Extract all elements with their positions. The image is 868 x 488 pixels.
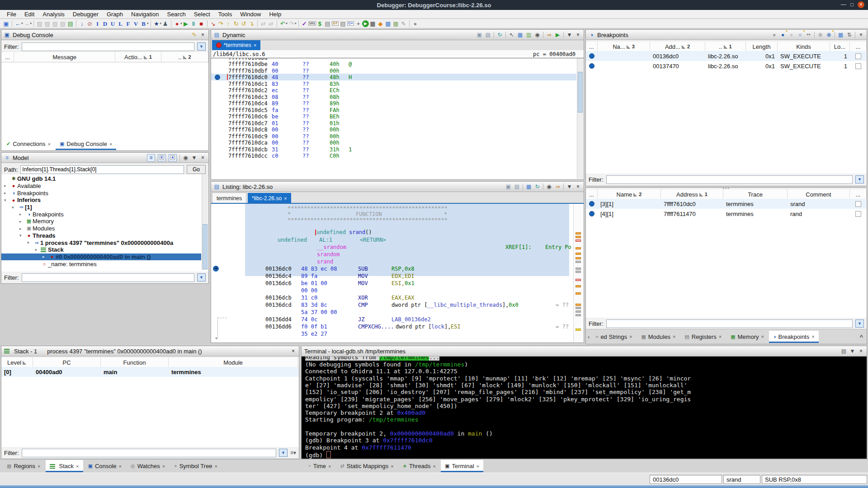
close-tab-icon[interactable]: × [328,464,331,469]
close-tab-icon[interactable]: × [215,464,217,469]
close-tab-icon[interactable]: × [719,334,722,339]
close-tab-icon[interactable]: × [629,334,632,339]
close-tab-icon[interactable]: × [119,464,122,469]
table-row[interactable]: [4][1]7ffff7611470termminesrand [586,209,867,219]
filter-options-icon[interactable]: ▼ [855,175,864,183]
step-back-icon[interactable]: ↺ [240,20,248,28]
annotate-b-icon[interactable]: B [140,20,147,28]
filter-options-icon[interactable]: ▼ [855,319,864,328]
column-header-name[interactable]: Name2 [598,189,661,199]
goto-icon[interactable]: ⇒ [555,184,561,189]
menu-window[interactable]: Window [236,10,265,19]
annotate-u-icon[interactable]: U [109,20,117,28]
annotate-l-icon[interactable]: L [117,20,124,28]
goto-icon[interactable]: ⇒ [546,32,552,38]
row-checkbox[interactable] [855,63,861,69]
clear-breakpoint-icon[interactable]: ⊗ [817,32,823,38]
tab-watches[interactable]: ◎Watches× [127,460,169,472]
annotate-f-icon[interactable]: F [124,20,132,28]
stack-filter-input[interactable] [22,449,276,457]
listing-view-icon[interactable]: ▤ [324,20,331,28]
column-header-[interactable]: ... [850,189,867,199]
column-header-[interactable]: ... [586,42,598,52]
close-tab-icon[interactable]: × [254,42,256,48]
tree-node-modules[interactable]: ▸▣Modules [1,225,201,232]
close-tab-icon[interactable]: × [811,334,814,339]
show-attributes-icon[interactable]: A [169,154,177,162]
clear-console-icon[interactable]: ✎ [191,32,197,38]
close-icon[interactable]: × [858,348,864,354]
breakpoint-enabled-icon[interactable] [589,211,594,216]
column-header-[interactable]: ..2 [161,52,208,62]
paste-icon[interactable]: ▤ [485,32,491,38]
column-header-function[interactable]: Function [101,357,169,367]
tab-regions[interactable]: ▦Regions× [3,460,45,472]
listing-line[interactable]: __srandomXREF[1]:Entry Po [211,244,584,251]
table-icon[interactable]: ▦ [517,32,523,38]
debug-console-filter-input[interactable] [22,42,195,51]
locations-filter-input[interactable] [606,319,853,328]
menu-navigation[interactable]: Navigation [127,10,163,19]
menu-select[interactable]: Select [190,10,214,19]
close-icon[interactable]: × [200,32,206,38]
breakpoint-enabled-icon[interactable] [589,201,594,206]
tab-termmines[interactable]: *termmines × [212,40,260,50]
step-last-icon[interactable]: ↻ [232,20,240,28]
listing-line[interactable]: 00136dd6f0 0f b1CMPXCHG....dword ptr [lo… [211,324,584,330]
annotate-d-icon[interactable]: D [101,20,109,28]
filter-options-icon[interactable]: ▼ [197,42,206,51]
hex-row[interactable]: 7ffff7610dc900??00h [211,133,576,140]
listing-line[interactable]: 00 00 [211,287,584,294]
table-row[interactable]: [0]00400ad0maintermmines [1,367,299,377]
cpp-icon[interactable]: C+ [347,20,354,28]
listing-line[interactable]: 00136dc6be 01 00MOVESI,0x1 [211,280,584,287]
column-header-lo[interactable]: Lo... [830,42,850,52]
scroll-lock-icon[interactable]: ▤ [841,348,847,354]
column-header-trace[interactable]: Trace [723,189,788,199]
breakpoint-enabled-icon[interactable] [589,63,594,69]
snapshot-prev-icon[interactable]: ⇄ [259,20,267,28]
undo-icon[interactable]: ↶ [279,20,287,28]
datatype-icon[interactable]: DT [331,20,339,28]
listing-line[interactable]: 35 e2 27 [211,331,584,338]
paste-icon[interactable]: ▤ [514,184,520,189]
binary-icon[interactable]: 101 [308,20,316,28]
tab-breakpoints[interactable]: ◑Breakpoints× [769,331,819,343]
menu-analysis[interactable]: Analysis [38,10,68,19]
breakpoint-enabled-icon[interactable] [589,53,594,59]
table-row[interactable]: 00136dc0libc-2.26.so0x1SW_EXECUTE1 [586,51,867,61]
tree-node-threads[interactable]: ▾●Threads [1,232,201,239]
hex-row[interactable]: 7ffff7610dc701??01h [211,120,576,127]
menu-debugger[interactable]: Debugger [69,10,103,19]
column-header-na[interactable]: Na...3 [598,42,650,52]
snapshot-next-icon[interactable]: ⇄ [267,20,275,28]
filter-options-icon[interactable]: ▼ [279,449,288,457]
make-selection-icon[interactable]: ▦ [838,32,844,38]
menu-graph[interactable]: Graph [103,10,127,19]
minimize-button[interactable]: — [841,1,846,8]
tab-ed-strings[interactable]: ≈ed Strings× [591,331,636,343]
listing-line[interactable]: 5a 37 00 00 [211,309,584,316]
table-row[interactable]: [3][1]7ffff7610dc0termminessrand [586,199,867,209]
paste-disabled-icon-1[interactable]: ▨ [36,20,43,28]
money-icon[interactable]: $ [316,20,324,28]
skip-icon[interactable]: ↴ [248,20,255,28]
film-icon[interactable]: ▦ [369,20,377,28]
debug-launch-icon[interactable]: ★ [153,20,160,28]
tree-node-available[interactable]: ▸●Available [1,183,201,190]
close-tab-icon[interactable]: × [761,334,764,339]
menu-chevron-icon[interactable]: ▼ [849,348,855,354]
table-row[interactable]: 00137470libc-2.26.so0x1SW_EXECUTE1 [586,61,867,71]
go-icon[interactable]: ▶ [555,32,561,38]
listing-line[interactable]: undefined srand() [211,229,584,236]
function-graph-icon[interactable]: ▶ [362,20,369,27]
maximize-button[interactable]: □ [850,1,854,8]
snapshot-icon[interactable]: ◉ [183,155,189,160]
clear-all-breakpoints-icon[interactable]: ⊗* [826,32,832,38]
hex-row[interactable]: 7ffff7610dca00??00h [211,140,576,146]
listing-line[interactable]: srand [211,258,584,265]
hex-row[interactable]: 7ffff7610dc489??89h [211,100,576,107]
back-icon[interactable]: ← [14,20,22,28]
tab-registers[interactable]: ▤Registers× [680,331,726,343]
tab-stack[interactable]: Stack× [46,460,83,472]
